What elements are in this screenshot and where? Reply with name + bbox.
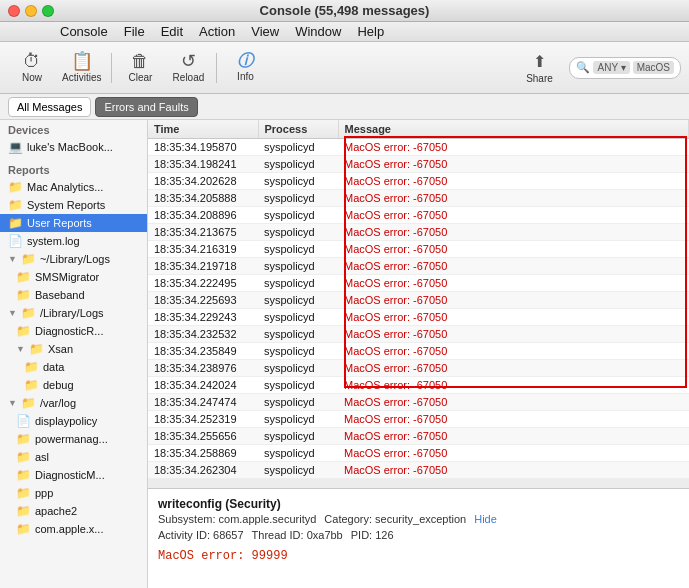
process-cell: syspolicyd — [258, 139, 338, 156]
search-icon: 🔍 — [576, 61, 590, 74]
process-cell: syspolicyd — [258, 190, 338, 207]
filter-bar: All Messages Errors and Faults — [0, 94, 689, 120]
menu-view[interactable]: View — [251, 24, 279, 39]
process-cell: syspolicyd — [258, 207, 338, 224]
table-row[interactable]: 18:35:34.229243 syspolicyd MacOS error: … — [148, 309, 689, 326]
table-row[interactable]: 18:35:34.213675 syspolicyd MacOS error: … — [148, 224, 689, 241]
sidebar-item-xsan[interactable]: ▼ 📁 Xsan — [0, 340, 147, 358]
process-cell: syspolicyd — [258, 411, 338, 428]
table-row[interactable]: 18:35:34.216319 syspolicyd MacOS error: … — [148, 241, 689, 258]
message-cell: MacOS error: -67050 — [338, 224, 689, 241]
table-row[interactable]: 18:35:34.225693 syspolicyd MacOS error: … — [148, 292, 689, 309]
sidebar-item-powermanag[interactable]: 📁 powermanag... — [0, 430, 147, 448]
folder-icon: 📁 — [24, 360, 39, 374]
activities-label: Activities — [62, 72, 101, 83]
folder-icon: 📁 — [21, 252, 36, 266]
table-row[interactable]: 18:35:34.252319 syspolicyd MacOS error: … — [148, 411, 689, 428]
sidebar-item-label: DiagnosticR... — [35, 325, 103, 337]
menu-action[interactable]: Action — [199, 24, 235, 39]
sidebar-item-baseband[interactable]: 📁 Baseband — [0, 286, 147, 304]
sidebar-item-ppp[interactable]: 📁 ppp — [0, 484, 147, 502]
process-cell: syspolicyd — [258, 173, 338, 190]
sidebar-item-asl[interactable]: 📁 asl — [0, 448, 147, 466]
sidebar-item-system-log[interactable]: 📄 system.log — [0, 232, 147, 250]
folder-icon: 📁 — [16, 288, 31, 302]
table-row[interactable]: 18:35:34.242024 syspolicyd MacOS error: … — [148, 377, 689, 394]
sidebar-item-system-reports[interactable]: 📁 System Reports — [0, 196, 147, 214]
sidebar-item-diagnosticr[interactable]: 📁 DiagnosticR... — [0, 322, 147, 340]
clear-label: Clear — [129, 72, 153, 83]
menu-console[interactable]: Console — [60, 24, 108, 39]
message-cell: MacOS error: -67050 — [338, 462, 689, 479]
sidebar-item-diagnosticm[interactable]: 📁 DiagnosticM... — [0, 466, 147, 484]
minimize-button[interactable] — [25, 5, 37, 17]
info-icon: ⓘ — [237, 53, 253, 69]
menu-help[interactable]: Help — [357, 24, 384, 39]
zoom-button[interactable] — [42, 5, 54, 17]
message-cell: MacOS error: -67050 — [338, 258, 689, 275]
macos-tag[interactable]: MacOS — [633, 61, 674, 74]
folder-icon: 📁 — [21, 396, 36, 410]
sidebar-item-mac-analytics[interactable]: 📁 Mac Analytics... — [0, 178, 147, 196]
sidebar-item-label: displaypolicy — [35, 415, 97, 427]
sidebar-item-label: Xsan — [48, 343, 73, 355]
table-row[interactable]: 18:35:34.258869 syspolicyd MacOS error: … — [148, 445, 689, 462]
table-row[interactable]: 18:35:34.198241 syspolicyd MacOS error: … — [148, 156, 689, 173]
share-button[interactable]: ⬆ Share — [515, 46, 563, 90]
sidebar-item-library-logs-2[interactable]: ▼ 📁 /Library/Logs — [0, 304, 147, 322]
sidebar-item-label: Mac Analytics... — [27, 181, 103, 193]
sidebar-item-label: luke's MacBook... — [27, 141, 113, 153]
log-table-container: Time Process Message 18:35:34.195870 sys… — [148, 120, 689, 488]
search-filter-tag[interactable]: ANY ▾ — [593, 61, 629, 74]
reload-button[interactable]: ↺ Reload — [164, 46, 212, 90]
menu-window[interactable]: Window — [295, 24, 341, 39]
sidebar-item-data[interactable]: 📁 data — [0, 358, 147, 376]
sidebar-item-var-log[interactable]: ▼ 📁 /var/log — [0, 394, 147, 412]
toolbar-separator-1 — [111, 53, 112, 83]
all-messages-button[interactable]: All Messages — [8, 97, 91, 117]
table-row[interactable]: 18:35:34.208896 syspolicyd MacOS error: … — [148, 207, 689, 224]
clear-button[interactable]: 🗑 Clear — [116, 46, 164, 90]
table-row[interactable]: 18:35:34.205888 syspolicyd MacOS error: … — [148, 190, 689, 207]
sidebar-item-smsmigrator[interactable]: 📁 SMSMigrator — [0, 268, 147, 286]
time-cell: 18:35:34.205888 — [148, 190, 258, 207]
sidebar-item-user-reports[interactable]: 📁 User Reports — [0, 214, 147, 232]
sidebar-item-displaypolicy[interactable]: 📄 displaypolicy — [0, 412, 147, 430]
now-button[interactable]: ⏱ Now — [8, 46, 56, 90]
detail-ids: Activity ID: 68657 Thread ID: 0xa7bb PID… — [158, 529, 679, 541]
table-row[interactable]: 18:35:34.222495 syspolicyd MacOS error: … — [148, 275, 689, 292]
table-row[interactable]: 18:35:34.219718 syspolicyd MacOS error: … — [148, 258, 689, 275]
time-cell: 18:35:34.229243 — [148, 309, 258, 326]
sidebar-item-apache2[interactable]: 📁 apache2 — [0, 502, 147, 520]
close-button[interactable] — [8, 5, 20, 17]
table-row[interactable]: 18:35:34.262304 syspolicyd MacOS error: … — [148, 462, 689, 479]
detail-hide-link[interactable]: Hide — [474, 513, 497, 525]
sidebar-item-debug[interactable]: 📁 debug — [0, 376, 147, 394]
search-bar[interactable]: 🔍 ANY ▾ MacOS — [569, 57, 681, 79]
table-row[interactable]: 18:35:34.195870 syspolicyd MacOS error: … — [148, 139, 689, 156]
menu-file[interactable]: File — [124, 24, 145, 39]
message-cell: MacOS error: -67050 — [338, 445, 689, 462]
table-row[interactable]: 18:35:34.255656 syspolicyd MacOS error: … — [148, 428, 689, 445]
table-wrapper[interactable]: Time Process Message 18:35:34.195870 sys… — [148, 120, 689, 488]
table-row[interactable]: 18:35:34.202628 syspolicyd MacOS error: … — [148, 173, 689, 190]
activities-button[interactable]: 📋 Activities — [56, 46, 107, 90]
errors-faults-button[interactable]: Errors and Faults — [95, 97, 197, 117]
sidebar-item-com-apple-x[interactable]: 📁 com.apple.x... — [0, 520, 147, 538]
table-row[interactable]: 18:35:34.238976 syspolicyd MacOS error: … — [148, 360, 689, 377]
sidebar-item-label: powermanag... — [35, 433, 108, 445]
process-cell: syspolicyd — [258, 343, 338, 360]
time-column-header: Time — [148, 120, 258, 139]
table-row[interactable]: 18:35:34.232532 syspolicyd MacOS error: … — [148, 326, 689, 343]
sidebar-item-lukes-macbook[interactable]: 💻 luke's MacBook... — [0, 138, 147, 156]
table-row[interactable]: 18:35:34.235849 syspolicyd MacOS error: … — [148, 343, 689, 360]
sidebar-item-library-logs-1[interactable]: ▼ 📁 ~/Library/Logs — [0, 250, 147, 268]
detail-thread-id: Thread ID: 0xa7bb — [252, 529, 343, 541]
sidebar-item-label: User Reports — [27, 217, 92, 229]
share-label: Share — [526, 73, 553, 84]
info-button[interactable]: ⓘ Info — [221, 46, 269, 90]
message-cell: MacOS error: -67050 — [338, 241, 689, 258]
table-row[interactable]: 18:35:34.247474 syspolicyd MacOS error: … — [148, 394, 689, 411]
process-cell: syspolicyd — [258, 309, 338, 326]
menu-edit[interactable]: Edit — [161, 24, 183, 39]
